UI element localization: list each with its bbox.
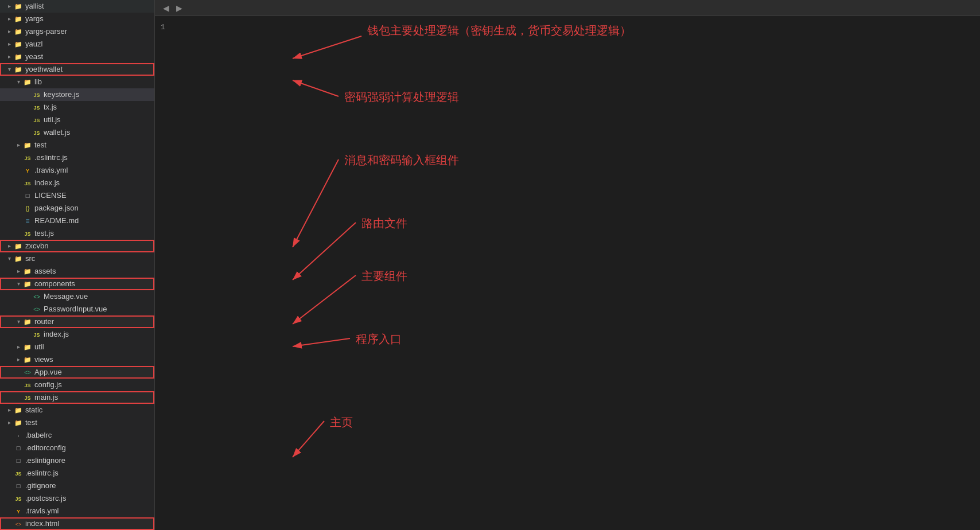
label-yargs-parser: yargs-parser (25, 25, 67, 38)
label-LICENSE: LICENSE (34, 189, 67, 202)
sidebar-item-App.vue[interactable]: <>App.vue (0, 366, 154, 379)
line-number-1: 1 (161, 22, 165, 34)
label-test: test (34, 139, 46, 151)
sidebar-item-.eslintrc.js[interactable]: JS.eslintrc.js (0, 151, 154, 164)
icon-package.json: {} (23, 204, 32, 213)
label-util.js: util.js (44, 114, 61, 126)
label-main.js: main.js (34, 391, 58, 404)
label-yeast: yeast (25, 50, 43, 63)
sidebar-item-wallet.js[interactable]: JSwallet.js (0, 126, 154, 139)
sidebar-item-lib[interactable]: 📁lib (0, 76, 154, 88)
tree-arrow-yeast (5, 52, 14, 61)
icon-wallet.js: JS (32, 128, 41, 137)
icon-util: 📁 (23, 342, 32, 352)
tree-arrow-yargs-parser (5, 27, 14, 36)
label-.travis.yml: .travis.yml (34, 164, 68, 177)
editor-content: 1 (155, 16, 980, 28)
icon-README.md: ≡ (23, 216, 32, 225)
sidebar-item-main.js[interactable]: JSmain.js (0, 391, 154, 404)
sidebar-item-.babelrc[interactable]: ·.babelrc (0, 429, 154, 442)
sidebar-item-yallist[interactable]: 📁yallist (0, 0, 154, 13)
icon-.babelrc: · (14, 431, 23, 440)
sidebar-item-.postcssrc.js[interactable]: JS.postcssrc.js (0, 492, 154, 505)
sidebar-item-index.html[interactable]: <>index.html (0, 517, 154, 530)
icon-test.js: JS (23, 229, 32, 238)
icon-.travis.yml: Y (23, 166, 32, 175)
sidebar-item-yoethwallet[interactable]: 📁yoethwallet (0, 63, 154, 76)
sidebar-item-util.js[interactable]: JSutil.js (0, 114, 154, 126)
icon-main.js: JS (23, 393, 32, 402)
icon-util.js: JS (32, 115, 41, 124)
sidebar-item-LICENSE[interactable]: □LICENSE (0, 189, 154, 202)
icon-views: 📁 (23, 355, 32, 364)
sidebar-item-views[interactable]: 📁views (0, 353, 154, 366)
sidebar-item-test[interactable]: 📁test (0, 139, 154, 151)
tree-arrow-yoethwallet (5, 65, 14, 74)
annotation-homepage: 主页 (330, 416, 353, 428)
label-App.vue: App.vue (34, 366, 62, 379)
label-index.html: index.html (25, 517, 59, 530)
editor-area: ◀ ▶ 1 钱包主要处理逻辑（密钥生成，货币交易处理逻辑） 密码强弱计算处理逻辑… (155, 0, 980, 530)
sidebar-item-.gitignore[interactable]: □.gitignore (0, 480, 154, 492)
label-assets: assets (34, 265, 56, 278)
file-tree[interactable]: 📁yallist📁yargs📁yargs-parser📁yauzl📁yeast📁… (0, 0, 155, 530)
tree-arrow-test-root (5, 418, 14, 427)
label-util: util (34, 341, 44, 353)
label-PasswordInput.vue: PasswordInput.vue (44, 303, 107, 315)
tree-arrow-util (14, 342, 23, 352)
tree-arrow-zxcvbn (5, 241, 14, 251)
icon-yallist: 📁 (14, 2, 23, 11)
sidebar-item-.eslintrc.js-root[interactable]: JS.eslintrc.js (0, 467, 154, 480)
sidebar-item-yargs[interactable]: 📁yargs (0, 13, 154, 25)
label-src: src (25, 252, 35, 265)
label-router: router (34, 315, 54, 328)
tree-arrow-components (14, 279, 23, 289)
sidebar-item-assets[interactable]: 📁assets (0, 265, 154, 278)
sidebar-item-.travis.yml-root[interactable]: Y.travis.yml (0, 505, 154, 517)
label-package.json: package.json (34, 202, 79, 215)
sidebar-item-README.md[interactable]: ≡README.md (0, 215, 154, 227)
sidebar-item-PasswordInput.vue[interactable]: <>PasswordInput.vue (0, 303, 154, 315)
sidebar-item-yeast[interactable]: 📁yeast (0, 50, 154, 63)
label-views: views (34, 353, 53, 366)
label-router-index.js: index.js (44, 328, 69, 341)
sidebar-item-static[interactable]: 📁static (0, 404, 154, 416)
sidebar-item-test-root[interactable]: 📁test (0, 416, 154, 429)
sidebar-item-util[interactable]: 📁util (0, 341, 154, 353)
icon-LICENSE: □ (23, 191, 32, 200)
sidebar-item-zxcvbn[interactable]: 📁zxcvbn (0, 240, 154, 252)
label-.eslintignore: .eslintignore (25, 454, 65, 467)
svg-line-2 (293, 80, 339, 96)
label-wallet.js: wallet.js (44, 126, 70, 139)
label-components: components (34, 278, 75, 290)
icon-test-root: 📁 (14, 418, 23, 427)
sidebar-item-components[interactable]: 📁components (0, 278, 154, 290)
forward-button[interactable]: ▶ (173, 2, 186, 14)
svg-line-7 (293, 421, 324, 457)
sidebar-item-.editorconfig[interactable]: □.editorconfig (0, 442, 154, 454)
sidebar-item-router-index.js[interactable]: JSindex.js (0, 328, 154, 341)
sidebar-item-keystore.js[interactable]: JSkeystore.js (0, 88, 154, 101)
sidebar-item-.travis.yml[interactable]: Y.travis.yml (0, 164, 154, 177)
sidebar-item-config.js[interactable]: JSconfig.js (0, 379, 154, 391)
icon-assets: 📁 (23, 267, 32, 276)
icon-router: 📁 (23, 317, 32, 326)
sidebar-item-test.js[interactable]: JStest.js (0, 227, 154, 240)
label-config.js: config.js (34, 379, 62, 391)
sidebar-item-tx.js[interactable]: JStx.js (0, 101, 154, 114)
sidebar-item-yauzl[interactable]: 📁yauzl (0, 38, 154, 50)
sidebar-item-package.json[interactable]: {}package.json (0, 202, 154, 215)
sidebar-item-router[interactable]: 📁router (0, 315, 154, 328)
annotation-router: 路由文件 (361, 217, 407, 229)
label-.eslintrc.js: .eslintrc.js (34, 151, 68, 164)
icon-.eslintrc.js: JS (23, 153, 32, 162)
sidebar-item-.eslintignore[interactable]: □.eslintignore (0, 454, 154, 467)
icon-yauzl: 📁 (14, 40, 23, 49)
sidebar-item-index.js[interactable]: JSindex.js (0, 177, 154, 189)
editor-toolbar: ◀ ▶ (155, 0, 980, 16)
sidebar-item-Message.vue[interactable]: <>Message.vue (0, 290, 154, 303)
annotation-components: 消息和密码输入框组件 (344, 154, 459, 166)
sidebar-item-src[interactable]: 📁src (0, 252, 154, 265)
back-button[interactable]: ◀ (160, 2, 173, 14)
sidebar-item-yargs-parser[interactable]: 📁yargs-parser (0, 25, 154, 38)
